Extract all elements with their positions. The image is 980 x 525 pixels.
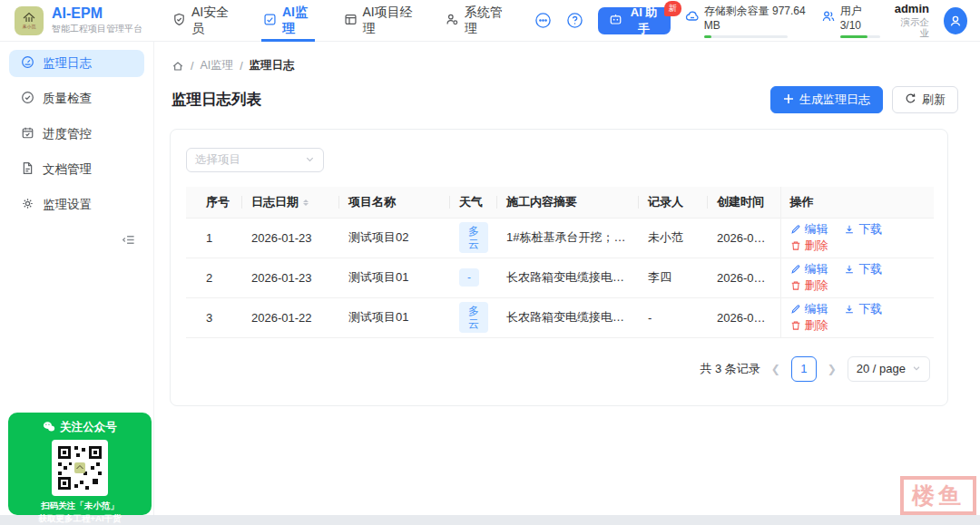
nav-system-admin[interactable]: 系统管理: [444, 0, 508, 42]
prev-page-button[interactable]: ❮: [771, 363, 780, 375]
refresh-button[interactable]: 刷新: [892, 86, 958, 113]
cell-project: 测试项目01: [339, 297, 450, 337]
log-list-card: 选择项目 序号 日志日期 项目名称 天气 施工内容摘要 记录人: [170, 129, 948, 406]
nav-ai-project-manager[interactable]: AI项目经理: [342, 0, 416, 42]
cell-project: 测试项目01: [339, 258, 450, 297]
cell-actions: 编辑 下载 删除: [780, 297, 934, 337]
weather-badge: 多云: [459, 222, 488, 254]
qr-caption-line2: 获取更多工程+AI干货: [8, 512, 152, 525]
topbar-right: AI 助手 新 存储剩余容量 977.64 MB: [534, 2, 967, 39]
download-button[interactable]: 下载: [844, 221, 882, 238]
cell-created: 2026-01-23 2: [708, 218, 780, 258]
col-header-weather: 天气: [450, 187, 497, 218]
app-window: 未小范 AI-EPM 智能工程项目管理平台 AI安全员: [0, 0, 980, 515]
cell-weather: -: [450, 258, 497, 297]
pagination: 共 3 条记录 ❮ 1 ❯ 20 / page: [186, 356, 932, 382]
robot-icon: [609, 13, 622, 29]
users-progress: [840, 35, 880, 38]
total-records: 共 3 条记录: [700, 361, 760, 377]
clipboard-pen-icon: [263, 13, 277, 29]
users-icon: [821, 9, 836, 26]
cell-no: 2: [186, 258, 242, 297]
page-title: 监理日志列表: [172, 90, 261, 110]
new-badge: 新: [664, 1, 681, 16]
file-icon: [21, 161, 34, 178]
breadcrumb-separator: /: [191, 60, 193, 73]
seal-watermark: 楼鱼: [900, 476, 976, 515]
next-page-button[interactable]: ❯: [828, 363, 837, 375]
weather-badge: 多云: [459, 302, 488, 334]
chevron-down-icon: [912, 362, 921, 375]
shield-check-icon: [172, 13, 186, 29]
cell-weather: 多云: [450, 297, 497, 337]
user-info: admin 演示企业: [895, 2, 929, 39]
edit-button[interactable]: 编辑: [790, 221, 828, 238]
sort-icon[interactable]: [303, 199, 309, 206]
nav-ai-safety[interactable]: AI安全员: [171, 0, 234, 42]
user-gear-icon: [446, 13, 459, 29]
nav-ai-supervision[interactable]: AI监理: [261, 0, 315, 42]
table-row-1: 1 2026-01-23 测试项目02 多云 1#栋桩基承台开挖；2#... 未…: [186, 218, 934, 258]
table-row-2: 2 2026-01-23 测试项目01 - 长农路箱变电缆接电；... 李四 2…: [186, 258, 934, 297]
cell-log-date: 2026-01-23: [242, 258, 339, 297]
storage-progress: [704, 35, 788, 38]
edit-button[interactable]: 编辑: [790, 261, 828, 277]
gear-icon: [21, 197, 34, 213]
help-icon[interactable]: [566, 11, 583, 31]
refresh-icon: [905, 92, 916, 107]
delete-button[interactable]: 删除: [790, 238, 828, 254]
layout-icon: [344, 13, 358, 29]
cell-summary: 1#栋桩基承台开挖；2#...: [497, 218, 639, 258]
generate-log-button[interactable]: 生成监理日志: [770, 86, 883, 113]
cell-log-date: 2026-01-22: [242, 297, 339, 337]
table-header-row: 序号 日志日期 项目名称 天气 施工内容摘要 记录人 创建时间 操作: [186, 187, 934, 218]
cell-summary: 长农路箱变电缆接电；...: [497, 258, 639, 297]
cell-actions: 编辑 下载 删除: [780, 258, 934, 297]
col-header-project: 项目名称: [339, 187, 450, 218]
cell-created: 2026-01-23 0: [708, 258, 780, 297]
avatar[interactable]: [944, 7, 967, 34]
project-select-placeholder: 选择项目: [195, 152, 240, 168]
delete-button[interactable]: 删除: [790, 277, 828, 294]
edit-button[interactable]: 编辑: [790, 301, 828, 317]
cell-no: 3: [186, 297, 242, 337]
app-subtitle: 智能工程项目管理平台: [52, 23, 142, 35]
col-header-summary: 施工内容摘要: [497, 187, 639, 218]
home-icon[interactable]: [172, 60, 184, 73]
breadcrumb-ai-supervision[interactable]: AI监理: [200, 58, 233, 73]
sidebar-item-quality-check[interactable]: 质量检查: [9, 85, 144, 112]
sidebar-item-supervision-settings[interactable]: 监理设置: [9, 191, 144, 219]
breadcrumb: / AI监理 / 监理日志: [155, 42, 980, 73]
menu-fold-icon[interactable]: [122, 233, 135, 250]
calendar-check-icon: [21, 126, 34, 142]
breadcrumb-separator: /: [240, 60, 242, 73]
chevron-down-icon: [305, 154, 315, 167]
cell-no: 1: [186, 218, 242, 258]
users-meter: 用户 3/10: [821, 4, 880, 38]
cell-summary: 长农路箱变电缆接电；...: [497, 297, 639, 337]
download-button[interactable]: 下载: [844, 261, 882, 277]
feedback-chat-icon[interactable]: [534, 11, 552, 31]
qr-panel-title: 关注公众号: [60, 420, 117, 435]
page-number[interactable]: 1: [791, 356, 817, 382]
cell-log-date: 2026-01-23: [242, 218, 339, 258]
page-size-select[interactable]: 20 / page: [848, 356, 930, 382]
main-content: / AI监理 / 监理日志 监理日志列表 生成监理日志 刷新: [155, 42, 980, 515]
storage-meter: 存储剩余容量 977.64 MB: [685, 4, 807, 38]
sidebar-item-supervision-log[interactable]: 监理日志: [9, 50, 144, 77]
sidebar-item-progress-control[interactable]: 进度管控: [9, 121, 144, 148]
wechat-qr-panel: 关注公众号: [8, 413, 152, 515]
ai-assistant-button[interactable]: AI 助手 新: [598, 7, 670, 34]
wechat-icon: [43, 421, 55, 435]
col-header-recorder: 记录人: [639, 187, 708, 218]
project-select[interactable]: 选择项目: [186, 148, 324, 172]
delete-button[interactable]: 删除: [790, 317, 828, 334]
username: admin: [895, 2, 929, 16]
gauge-icon: [21, 55, 34, 72]
col-header-log-date[interactable]: 日志日期: [242, 187, 339, 218]
cloud-storage-icon: [685, 9, 700, 26]
log-table: 序号 日志日期 项目名称 天气 施工内容摘要 记录人 创建时间 操作 1 202…: [186, 187, 934, 338]
sidebar-item-document-management[interactable]: 文档管理: [9, 156, 144, 183]
cell-recorder: -: [639, 297, 708, 337]
download-button[interactable]: 下载: [844, 301, 882, 317]
